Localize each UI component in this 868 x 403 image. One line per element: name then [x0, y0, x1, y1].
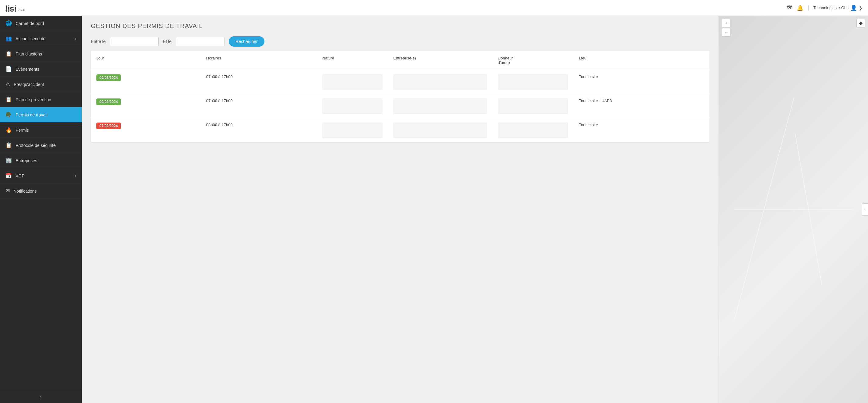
cell-entreprises-2 [388, 118, 493, 142]
col-lieu: Lieu [574, 51, 709, 70]
sidebar-item-protocole[interactable]: 📋 Protocole de sécurité [0, 138, 82, 153]
sidebar-icon-plan-actions: 📋 [5, 51, 12, 57]
content-main: GESTION DES PERMIS DE TRAVAIL Entre le E… [82, 16, 718, 403]
cell-jour-1: 09/02/2024 [91, 94, 201, 118]
sidebar-label-permis-travail: Permis de travail [16, 112, 76, 117]
sidebar-icon-carnet: 🌐 [5, 20, 12, 27]
header-right: 🗺 🔔 | Technologies e-Obs 👤 ❯ [787, 5, 863, 11]
cell-horaires-1: 07h30 à 17h00 [201, 94, 317, 118]
table-wrapper: Jour Horaires Nature Entreprise(s) Donne… [82, 51, 718, 403]
sidebar-chevron-accueil: › [75, 37, 76, 41]
cell-lieu-2: Tout le site [574, 118, 709, 142]
user-icon[interactable]: 👤 [850, 5, 857, 11]
collapse-icon: ‹ [40, 394, 41, 399]
search-button[interactable]: Rechercher [229, 36, 264, 47]
table-body: 09/02/2024 07h30 à 17h00 Tout le site 09… [91, 70, 709, 142]
top-header: lisi AEROSPACE 🗺 🔔 | Technologies e-Obs … [0, 0, 868, 16]
sidebar-icon-protocole: 📋 [5, 142, 12, 148]
content-and-map: GESTION DES PERMIS DE TRAVAIL Entre le E… [82, 16, 868, 403]
sidebar-item-evenements[interactable]: 📄 Évènements [0, 62, 82, 77]
cell-horaires-0: 07h30 à 17h00 [201, 70, 317, 94]
main-layout: 🌐 Carnet de bord 👥 Accueil sécurité › 📋 … [0, 16, 868, 403]
bell-icon[interactable]: 🔔 [797, 5, 803, 11]
cell-donneur-2 [492, 118, 574, 142]
sidebar-collapse-button[interactable]: ‹ [0, 390, 82, 403]
sidebar-label-entreprises: Entreprises [16, 158, 76, 163]
date-to-input[interactable] [176, 37, 224, 46]
col-entreprises: Entreprise(s) [388, 51, 493, 70]
sidebar-item-notifications[interactable]: ✉ Notifications [0, 183, 82, 199]
sidebar-item-entreprises[interactable]: 🏢 Entreprises [0, 153, 82, 168]
sidebar-item-presquaccident[interactable]: ⚠ Presqu'accident [0, 77, 82, 92]
map-background [719, 16, 868, 403]
page-title: GESTION DES PERMIS DE TRAVAIL [91, 23, 709, 30]
sidebar-label-presquaccident: Presqu'accident [14, 82, 76, 87]
date-badge-1: 09/02/2024 [96, 98, 121, 105]
page-header: GESTION DES PERMIS DE TRAVAIL [82, 16, 718, 34]
map-panel: + − ◆ ‹ [718, 16, 868, 403]
header-chevron[interactable]: ❯ [859, 5, 863, 10]
col-donneur: Donneurd'ordre [492, 51, 574, 70]
table-header: Jour Horaires Nature Entreprise(s) Donne… [91, 51, 709, 70]
map-corner-controls: ◆ [857, 19, 865, 27]
cell-nature-1 [317, 94, 388, 118]
user-label: Technologies e-Obs [813, 5, 848, 10]
sidebar-icon-permis-travail: 🪖 [5, 111, 12, 118]
col-horaires: Horaires [201, 51, 317, 70]
sidebar-icon-presquaccident: ⚠ [5, 81, 10, 88]
sidebar-label-accueil: Accueil sécurité [16, 36, 71, 41]
sidebar-chevron-vgp: › [75, 174, 76, 178]
work-table: Jour Horaires Nature Entreprise(s) Donne… [91, 51, 709, 142]
sidebar-item-permis[interactable]: 🔥 Permis [0, 123, 82, 138]
sidebar-label-plan-actions: Plan d'actions [16, 52, 76, 57]
cell-horaires-2: 08h00 à 17h00 [201, 118, 317, 142]
sidebar-icon-accueil: 👥 [5, 35, 12, 42]
map-collapse-icon: ‹ [865, 208, 866, 211]
map-collapse-button[interactable]: ‹ [862, 203, 868, 215]
sidebar-label-evenements: Évènements [16, 67, 76, 72]
cell-lieu-1: Tout le site - UAP3 [574, 94, 709, 118]
sidebar-item-vgp[interactable]: 📅 VGP › [0, 168, 82, 183]
table-row[interactable]: 09/02/2024 07h30 à 17h00 Tout le site [91, 70, 709, 94]
date-badge-0: 09/02/2024 [96, 74, 121, 81]
map-controls: + − [722, 19, 731, 37]
sidebar-icon-vgp: 📅 [5, 172, 12, 179]
logo-aerospace: AEROSPACE [5, 8, 25, 11]
cell-jour-2: 07/02/2024 [91, 118, 201, 142]
logo-area: lisi AEROSPACE [5, 5, 25, 11]
sidebar-item-plan-prevention[interactable]: 📋 Plan de prévention [0, 92, 82, 107]
cell-entreprises-1 [388, 94, 493, 118]
date-badge-2: 07/02/2024 [96, 123, 121, 129]
date-from-input[interactable] [110, 37, 159, 46]
sidebar-icon-plan-prevention: 📋 [5, 96, 12, 103]
map-icon[interactable]: 🗺 [787, 5, 793, 11]
sidebar-label-notifications: Notifications [13, 189, 76, 194]
cell-nature-2 [317, 118, 388, 142]
map-pin-button[interactable]: ◆ [857, 19, 865, 27]
sidebar-item-carnet[interactable]: 🌐 Carnet de bord [0, 16, 82, 31]
sidebar-item-accueil[interactable]: 👥 Accueil sécurité › [0, 31, 82, 46]
table-row[interactable]: 09/02/2024 07h30 à 17h00 Tout le site - … [91, 94, 709, 118]
col-nature: Nature [317, 51, 388, 70]
map-zoom-out-button[interactable]: − [722, 28, 731, 37]
sidebar-icon-permis: 🔥 [5, 127, 12, 133]
col-jour: Jour [91, 51, 201, 70]
sidebar: 🌐 Carnet de bord 👥 Accueil sécurité › 📋 … [0, 16, 82, 403]
map-zoom-in-button[interactable]: + [722, 19, 731, 27]
sidebar-icon-notifications: ✉ [5, 188, 10, 194]
sidebar-label-protocole: Protocole de sécurité [16, 143, 76, 148]
table-row[interactable]: 07/02/2024 08h00 à 17h00 Tout le site [91, 118, 709, 142]
entre-le-label: Entre le [91, 39, 105, 44]
sidebar-label-vgp: VGP [16, 173, 71, 178]
sidebar-label-carnet: Carnet de bord [16, 21, 76, 26]
filter-bar: Entre le Et le Rechercher [82, 34, 718, 51]
sidebar-icon-evenements: 📄 [5, 66, 12, 72]
cell-jour-0: 09/02/2024 [91, 70, 201, 94]
sidebar-icon-entreprises: 🏢 [5, 157, 12, 164]
sidebar-item-plan-actions[interactable]: 📋 Plan d'actions [0, 46, 82, 62]
header-divider: | [808, 5, 809, 11]
sidebar-item-permis-travail[interactable]: 🪖 Permis de travail [0, 107, 82, 123]
header-user: Technologies e-Obs 👤 ❯ [813, 5, 863, 11]
et-le-label: Et le [163, 39, 172, 44]
cell-donneur-1 [492, 94, 574, 118]
